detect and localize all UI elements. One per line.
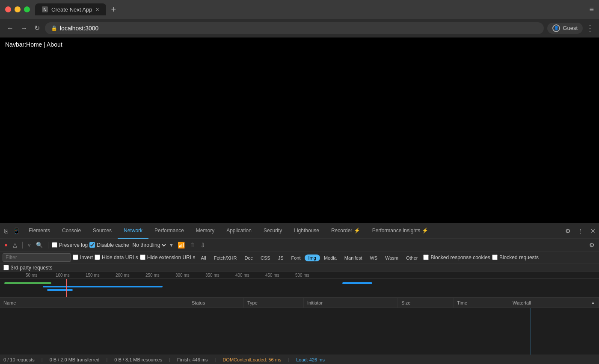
toolbar-separator-2: [48, 242, 48, 249]
close-button[interactable]: [5, 6, 11, 12]
browser-menu-icon[interactable]: ≡: [589, 5, 594, 14]
maximize-button[interactable]: [24, 6, 30, 12]
invert-input[interactable]: [73, 255, 78, 260]
disable-cache-label: Disable cache: [97, 242, 129, 248]
load-status: Load: 426 ms: [296, 357, 325, 362]
third-party-checkbox[interactable]: 3rd-party requests: [3, 265, 52, 271]
tab-sources[interactable]: Sources: [87, 223, 118, 239]
address-input-wrap[interactable]: 🔒 localhost:3000: [45, 22, 544, 34]
third-party-input[interactable]: [3, 265, 9, 270]
table-body: [0, 308, 599, 355]
blocked-requests-input[interactable]: [492, 255, 498, 260]
ruler-mark-450: 450 ms: [265, 273, 279, 278]
devtools-close-icon[interactable]: ✕: [589, 226, 597, 236]
ruler-mark-100: 100 ms: [56, 273, 70, 278]
ruler-mark-350: 350 ms: [205, 273, 219, 278]
clear-button[interactable]: △: [11, 241, 19, 249]
th-type[interactable]: Type: [244, 298, 304, 308]
th-status[interactable]: Status: [188, 298, 244, 308]
filter-tag-fetch/xhr[interactable]: Fetch/XHR: [210, 255, 241, 261]
hide-data-urls-input[interactable]: [95, 255, 100, 260]
tab-performance-insights[interactable]: Performance insights ⚡: [366, 223, 434, 239]
browser-options-button[interactable]: ⋮: [586, 24, 594, 33]
download-icon[interactable]: ⇩: [199, 241, 207, 249]
filter-tag-doc[interactable]: Doc: [241, 255, 257, 261]
browser-tab[interactable]: N Create Next App ×: [35, 3, 106, 15]
blocked-cookies-checkbox[interactable]: Blocked response cookies: [423, 255, 490, 260]
tab-memory[interactable]: Memory: [190, 223, 220, 239]
tab-lighthouse[interactable]: Lighthouse: [288, 223, 325, 239]
ruler-mark-300: 300 ms: [175, 273, 190, 278]
blocked-requests-checkbox[interactable]: Blocked requests: [492, 255, 539, 260]
hide-extension-urls-checkbox[interactable]: Hide extension URLs: [140, 255, 196, 260]
tab-close-icon[interactable]: ×: [95, 6, 99, 13]
wifi-icon[interactable]: 📶: [176, 241, 187, 249]
filter-tag-img[interactable]: Img: [305, 255, 320, 261]
tab-console[interactable]: Console: [56, 223, 87, 239]
filter-tag-js[interactable]: JS: [274, 255, 288, 261]
devtools-device-icon[interactable]: 📱: [10, 228, 23, 234]
tab-performance[interactable]: Performance: [148, 223, 190, 239]
profile-button[interactable]: 👤 Guest: [547, 23, 583, 34]
devtools-toolbar-settings[interactable]: ⚙: [587, 241, 596, 249]
timeline-bars: [0, 279, 599, 297]
hide-extension-urls-label: Hide extension URLs: [147, 255, 196, 260]
record-button[interactable]: ●: [3, 241, 9, 249]
profile-icon: 👤: [552, 24, 560, 32]
resources-status: 0 B / 8.1 MB resources: [114, 357, 162, 362]
disable-cache-input[interactable]: [89, 242, 95, 248]
filter-tag-all[interactable]: All: [197, 255, 210, 261]
tab-security[interactable]: Security: [258, 223, 288, 239]
th-initiator[interactable]: Initiator: [304, 298, 398, 308]
throttling-select[interactable]: No throttling: [131, 242, 167, 249]
th-time[interactable]: Time: [454, 298, 509, 308]
th-waterfall[interactable]: Waterfall ▲: [509, 298, 599, 308]
hide-extension-urls-input[interactable]: [140, 255, 145, 260]
th-size[interactable]: Size: [398, 298, 454, 308]
timeline-ruler: 50 ms 100 ms 150 ms 200 ms 250 ms 300 ms…: [0, 272, 599, 279]
preserve-log-input[interactable]: [52, 242, 57, 248]
filter-tag-other[interactable]: Other: [402, 255, 422, 261]
filter-tag-ws[interactable]: WS: [366, 255, 381, 261]
preserve-log-checkbox[interactable]: Preserve log: [52, 242, 88, 248]
back-button[interactable]: ←: [5, 23, 15, 34]
finish-status: Finish: 446 ms: [177, 357, 208, 362]
filter-toggle-button[interactable]: ▿: [26, 241, 33, 249]
devtools-settings-icon[interactable]: ⚙: [563, 226, 572, 236]
filter-tag-manifest[interactable]: Manifest: [341, 255, 366, 261]
url-display: localhost:3000: [60, 25, 538, 32]
filter-input[interactable]: [3, 253, 71, 262]
timeline-bar-green-1: [4, 282, 51, 284]
minimize-button[interactable]: [15, 6, 21, 12]
new-tab-button[interactable]: +: [111, 5, 116, 15]
blocked-requests-label: Blocked requests: [499, 255, 539, 260]
devtools-toolbar: ● △ ▿ 🔍 Preserve log Disable cache No th…: [0, 239, 599, 252]
th-name[interactable]: Name: [0, 298, 188, 308]
tab-elements[interactable]: Elements: [23, 223, 56, 239]
blocked-cookies-label: Blocked response cookies: [430, 255, 490, 260]
tab-application[interactable]: Application: [220, 223, 258, 239]
tab-network[interactable]: Network: [118, 223, 148, 239]
timeline-bar-blue-1: [43, 286, 163, 287]
page-content: Navbar:Home | About: [0, 38, 599, 223]
forward-button[interactable]: →: [19, 23, 29, 34]
reload-button[interactable]: ↻: [33, 22, 42, 34]
blocked-cookies-input[interactable]: [423, 255, 429, 260]
filter-tag-css[interactable]: CSS: [257, 255, 274, 261]
hide-data-urls-checkbox[interactable]: Hide data URLs: [95, 255, 138, 260]
upload-icon[interactable]: ⇧: [188, 241, 197, 249]
dom-content-status: DOMContentLoaded: 56 ms: [222, 357, 281, 362]
filter-bar: Invert Hide data URLs Hide extension URL…: [0, 252, 599, 263]
disable-cache-checkbox[interactable]: Disable cache: [89, 242, 129, 248]
devtools-tabs: ⎘ 📱 Elements Console Sources Network Per…: [0, 223, 599, 239]
filter-tag-wasm[interactable]: Wasm: [381, 255, 402, 261]
filter-tag-font[interactable]: Font: [288, 255, 305, 261]
search-button[interactable]: 🔍: [34, 241, 44, 249]
waterfall-line: [531, 308, 531, 355]
devtools-more-icon[interactable]: ⋮: [576, 226, 585, 236]
tab-recorder[interactable]: Recorder ⚡: [325, 223, 366, 239]
invert-checkbox[interactable]: Invert: [73, 255, 93, 260]
tab-bar: N Create Next App × + ≡: [35, 3, 594, 15]
devtools-inspect-icon[interactable]: ⎘: [2, 228, 10, 234]
filter-tag-media[interactable]: Media: [320, 255, 341, 261]
